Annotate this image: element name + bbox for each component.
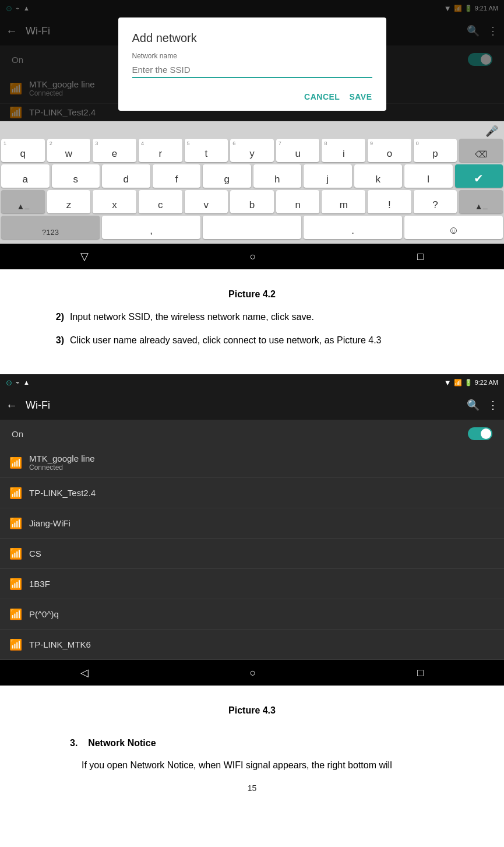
nav-back-icon-2[interactable]: ◁ — [80, 666, 89, 679]
step-2-num: 2) — [35, 310, 70, 324]
signal-bars-icon-2: 📶 — [454, 379, 462, 386]
ssid-input[interactable] — [132, 62, 372, 78]
nav-recents-icon-2[interactable]: □ — [417, 667, 424, 679]
caption-1: Picture 4.2 — [35, 289, 469, 300]
wifi-icon-s2-3: 📶 — [9, 517, 22, 530]
key-s[interactable]: s — [52, 164, 100, 188]
key-v[interactable]: v — [185, 190, 228, 213]
network-name-s2-6: P(^0^)q — [29, 609, 59, 619]
step-2-text: Input network SSID, the wireless network… — [70, 310, 469, 324]
wifi-icon-s2-6: 📶 — [9, 608, 22, 621]
nav-home-icon[interactable]: ○ — [250, 251, 256, 263]
key-z[interactable]: z — [47, 190, 91, 213]
step-3: 3) Click user name already saved, click … — [35, 333, 469, 347]
key-exclaim[interactable]: ! — [368, 190, 411, 213]
nav-recents-icon[interactable]: □ — [417, 251, 424, 263]
cancel-button[interactable]: CANCEL — [304, 92, 340, 101]
key-x[interactable]: x — [93, 190, 136, 213]
key-o[interactable]: 9o — [368, 139, 411, 162]
phone-screen-2: ⊙ ⌁ ▲ ▼ 📶 🔋 9:22 AM ← Wi-Fi 🔍 ⋮ On 📶 MTK… — [0, 374, 504, 686]
status-icons-right-2: ▼ 📶 🔋 9:22 AM — [444, 378, 498, 387]
doc-area-1: Picture 4.2 2) Input network SSID, the w… — [0, 269, 504, 368]
network-list: 📶 MTK_google line Connected 📶 TP-LINK_Te… — [0, 448, 504, 660]
network-sub-s2-1: Connected — [29, 463, 95, 472]
key-k[interactable]: k — [354, 164, 403, 188]
network-name-s2-7: TP-LINK_MTK6 — [29, 639, 91, 649]
section-heading: 3. Network Notice — [35, 726, 469, 753]
key-d[interactable]: d — [102, 164, 150, 188]
key-backspace[interactable]: ⌫ — [459, 139, 503, 162]
network-name-s2-4: CS — [29, 549, 41, 558]
key-shift-left[interactable]: ▲— — [1, 190, 45, 213]
key-e[interactable]: 3e — [93, 139, 136, 162]
network-item-s2-2[interactable]: 📶 TP-LINK_Test2.4 — [0, 478, 504, 508]
wifi-signal-icon-2: ▲ — [23, 379, 30, 386]
usb-icon-2: ⌁ — [16, 379, 20, 386]
key-shift-right[interactable]: ▲— — [459, 190, 503, 213]
dialog-network-label: Network name — [132, 52, 372, 60]
network-item-s2-4[interactable]: 📶 CS — [0, 539, 504, 569]
wifi-icon-s2-4: 📶 — [9, 547, 22, 560]
key-period[interactable]: . — [304, 216, 402, 239]
key-h[interactable]: h — [253, 164, 302, 188]
nav-back-icon[interactable]: ▽ — [80, 250, 89, 263]
key-n[interactable]: n — [276, 190, 320, 213]
page-title-2: Wi-Fi — [26, 399, 459, 412]
network-item-s2-5[interactable]: 📶 1B3F — [0, 569, 504, 599]
key-numbers[interactable]: ?123 — [1, 216, 100, 239]
dialog-actions: CANCEL SAVE — [132, 92, 372, 101]
key-enter[interactable]: ✔ — [455, 164, 503, 188]
wifi-status-row-2: On — [0, 420, 504, 448]
phone-screen-1: ⊙ ⌁ ▲ ▼ 📶 🔋 9:21 AM ← Wi-Fi 🔍 ⋮ On 📶 MTK… — [0, 0, 504, 121]
key-question[interactable]: ? — [414, 190, 457, 213]
key-u[interactable]: 7u — [276, 139, 320, 162]
network-item-s2-1[interactable]: 📶 MTK_google line Connected — [0, 448, 504, 478]
wifi-icon-s2-1: 📶 — [9, 456, 22, 469]
keyboard-row-2: a s d f g h j k l ✔ — [1, 164, 503, 188]
dialog-overlay: Add network Network name CANCEL SAVE — [0, 0, 504, 121]
network-name-s2-2: TP-LINK_Test2.4 — [29, 488, 96, 498]
key-t[interactable]: 5t — [185, 139, 228, 162]
key-j[interactable]: j — [304, 164, 352, 188]
mic-icon[interactable]: 🎤 — [485, 125, 498, 138]
key-p[interactable]: 0p — [414, 139, 457, 162]
toolbar-2: ← Wi-Fi 🔍 ⋮ — [0, 391, 504, 420]
section-para: If you open Network Notice, when WIFI si… — [35, 753, 469, 778]
wifi-icon-s2-7: 📶 — [9, 638, 22, 651]
key-b[interactable]: b — [230, 190, 274, 213]
key-comma[interactable]: , — [102, 216, 200, 239]
wifi-toggle-2[interactable] — [468, 427, 492, 440]
key-g[interactable]: g — [203, 164, 251, 188]
more-icon-2[interactable]: ⋮ — [488, 399, 498, 412]
status-time-2: 9:22 AM — [475, 379, 498, 386]
network-item-s2-3[interactable]: 📶 Jiang-WiFi — [0, 508, 504, 539]
back-icon-2[interactable]: ← — [6, 399, 17, 412]
search-icon-2[interactable]: 🔍 — [467, 399, 480, 412]
key-space[interactable] — [203, 216, 301, 239]
keyboard-row-3: ▲— z x c v b n m ! ? ▲— — [1, 190, 503, 213]
nav-bar-2: ◁ ○ □ — [0, 660, 504, 686]
step-3-text: Click user name already saved, click con… — [70, 333, 469, 347]
key-a[interactable]: a — [1, 164, 50, 188]
status-bar-2: ⊙ ⌁ ▲ ▼ 📶 🔋 9:22 AM — [0, 374, 504, 391]
save-button[interactable]: SAVE — [349, 92, 372, 101]
key-emoji[interactable]: ☺ — [404, 216, 503, 239]
key-y[interactable]: 6y — [230, 139, 274, 162]
network-name-s2-5: 1B3F — [29, 579, 50, 589]
network-item-s2-7[interactable]: 📶 TP-LINK_MTK6 — [0, 630, 504, 660]
key-c[interactable]: c — [139, 190, 182, 213]
network-item-s2-6[interactable]: 📶 P(^0^)q — [0, 599, 504, 630]
caption-2: Picture 4.3 — [35, 705, 469, 716]
key-w[interactable]: 2w — [47, 139, 91, 162]
key-i[interactable]: 8i — [322, 139, 365, 162]
key-f[interactable]: f — [153, 164, 201, 188]
key-m[interactable]: m — [322, 190, 365, 213]
step-2: 2) Input network SSID, the wireless netw… — [35, 310, 469, 324]
nav-home-icon-2[interactable]: ○ — [250, 667, 256, 679]
page-number: 15 — [35, 778, 469, 804]
key-q[interactable]: 1q — [1, 139, 45, 162]
key-l[interactable]: l — [404, 164, 453, 188]
key-r[interactable]: 4r — [139, 139, 182, 162]
battery-icon-2: 🔋 — [464, 379, 473, 386]
wifi-icon-s2-2: 📶 — [9, 487, 22, 500]
